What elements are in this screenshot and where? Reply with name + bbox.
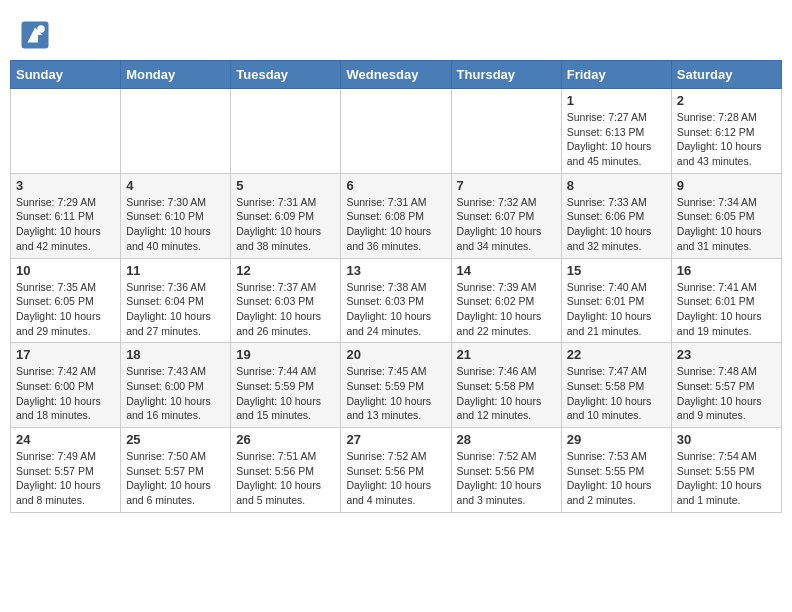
day-info: Sunrise: 7:54 AM Sunset: 5:55 PM Dayligh… <box>677 449 776 508</box>
calendar-cell: 5Sunrise: 7:31 AM Sunset: 6:09 PM Daylig… <box>231 173 341 258</box>
calendar-cell: 7Sunrise: 7:32 AM Sunset: 6:07 PM Daylig… <box>451 173 561 258</box>
calendar-cell: 1Sunrise: 7:27 AM Sunset: 6:13 PM Daylig… <box>561 89 671 174</box>
day-info: Sunrise: 7:33 AM Sunset: 6:06 PM Dayligh… <box>567 195 666 254</box>
day-info: Sunrise: 7:43 AM Sunset: 6:00 PM Dayligh… <box>126 364 225 423</box>
calendar-week-row: 17Sunrise: 7:42 AM Sunset: 6:00 PM Dayli… <box>11 343 782 428</box>
day-info: Sunrise: 7:51 AM Sunset: 5:56 PM Dayligh… <box>236 449 335 508</box>
day-number: 4 <box>126 178 225 193</box>
day-number: 26 <box>236 432 335 447</box>
day-info: Sunrise: 7:53 AM Sunset: 5:55 PM Dayligh… <box>567 449 666 508</box>
day-number: 30 <box>677 432 776 447</box>
day-info: Sunrise: 7:29 AM Sunset: 6:11 PM Dayligh… <box>16 195 115 254</box>
weekday-header: Tuesday <box>231 61 341 89</box>
calendar-cell: 29Sunrise: 7:53 AM Sunset: 5:55 PM Dayli… <box>561 428 671 513</box>
calendar-cell: 25Sunrise: 7:50 AM Sunset: 5:57 PM Dayli… <box>121 428 231 513</box>
calendar-cell <box>231 89 341 174</box>
calendar-cell: 6Sunrise: 7:31 AM Sunset: 6:08 PM Daylig… <box>341 173 451 258</box>
day-number: 10 <box>16 263 115 278</box>
day-info: Sunrise: 7:46 AM Sunset: 5:58 PM Dayligh… <box>457 364 556 423</box>
day-info: Sunrise: 7:37 AM Sunset: 6:03 PM Dayligh… <box>236 280 335 339</box>
calendar-cell: 8Sunrise: 7:33 AM Sunset: 6:06 PM Daylig… <box>561 173 671 258</box>
weekday-row: SundayMondayTuesdayWednesdayThursdayFrid… <box>11 61 782 89</box>
calendar-week-row: 10Sunrise: 7:35 AM Sunset: 6:05 PM Dayli… <box>11 258 782 343</box>
day-number: 25 <box>126 432 225 447</box>
weekday-header: Sunday <box>11 61 121 89</box>
day-info: Sunrise: 7:47 AM Sunset: 5:58 PM Dayligh… <box>567 364 666 423</box>
day-number: 23 <box>677 347 776 362</box>
calendar-cell: 11Sunrise: 7:36 AM Sunset: 6:04 PM Dayli… <box>121 258 231 343</box>
calendar-cell: 4Sunrise: 7:30 AM Sunset: 6:10 PM Daylig… <box>121 173 231 258</box>
calendar-cell: 19Sunrise: 7:44 AM Sunset: 5:59 PM Dayli… <box>231 343 341 428</box>
day-info: Sunrise: 7:50 AM Sunset: 5:57 PM Dayligh… <box>126 449 225 508</box>
day-number: 15 <box>567 263 666 278</box>
day-number: 11 <box>126 263 225 278</box>
day-number: 22 <box>567 347 666 362</box>
page-header <box>10 10 782 55</box>
day-info: Sunrise: 7:48 AM Sunset: 5:57 PM Dayligh… <box>677 364 776 423</box>
day-number: 21 <box>457 347 556 362</box>
day-number: 27 <box>346 432 445 447</box>
calendar-cell: 15Sunrise: 7:40 AM Sunset: 6:01 PM Dayli… <box>561 258 671 343</box>
day-number: 12 <box>236 263 335 278</box>
calendar-cell: 13Sunrise: 7:38 AM Sunset: 6:03 PM Dayli… <box>341 258 451 343</box>
calendar-cell: 27Sunrise: 7:52 AM Sunset: 5:56 PM Dayli… <box>341 428 451 513</box>
calendar-cell: 28Sunrise: 7:52 AM Sunset: 5:56 PM Dayli… <box>451 428 561 513</box>
day-number: 6 <box>346 178 445 193</box>
day-number: 5 <box>236 178 335 193</box>
calendar-cell: 9Sunrise: 7:34 AM Sunset: 6:05 PM Daylig… <box>671 173 781 258</box>
logo <box>20 20 54 50</box>
calendar-cell: 3Sunrise: 7:29 AM Sunset: 6:11 PM Daylig… <box>11 173 121 258</box>
day-info: Sunrise: 7:41 AM Sunset: 6:01 PM Dayligh… <box>677 280 776 339</box>
day-info: Sunrise: 7:52 AM Sunset: 5:56 PM Dayligh… <box>457 449 556 508</box>
day-info: Sunrise: 7:49 AM Sunset: 5:57 PM Dayligh… <box>16 449 115 508</box>
day-info: Sunrise: 7:35 AM Sunset: 6:05 PM Dayligh… <box>16 280 115 339</box>
day-info: Sunrise: 7:52 AM Sunset: 5:56 PM Dayligh… <box>346 449 445 508</box>
calendar-cell: 30Sunrise: 7:54 AM Sunset: 5:55 PM Dayli… <box>671 428 781 513</box>
day-number: 19 <box>236 347 335 362</box>
weekday-header: Friday <box>561 61 671 89</box>
day-number: 14 <box>457 263 556 278</box>
day-info: Sunrise: 7:27 AM Sunset: 6:13 PM Dayligh… <box>567 110 666 169</box>
calendar-cell: 16Sunrise: 7:41 AM Sunset: 6:01 PM Dayli… <box>671 258 781 343</box>
day-info: Sunrise: 7:31 AM Sunset: 6:09 PM Dayligh… <box>236 195 335 254</box>
day-number: 28 <box>457 432 556 447</box>
day-number: 9 <box>677 178 776 193</box>
calendar-cell: 12Sunrise: 7:37 AM Sunset: 6:03 PM Dayli… <box>231 258 341 343</box>
calendar-body: 1Sunrise: 7:27 AM Sunset: 6:13 PM Daylig… <box>11 89 782 513</box>
day-number: 29 <box>567 432 666 447</box>
calendar-header: SundayMondayTuesdayWednesdayThursdayFrid… <box>11 61 782 89</box>
day-number: 7 <box>457 178 556 193</box>
day-number: 18 <box>126 347 225 362</box>
calendar-cell <box>341 89 451 174</box>
day-number: 13 <box>346 263 445 278</box>
day-info: Sunrise: 7:40 AM Sunset: 6:01 PM Dayligh… <box>567 280 666 339</box>
calendar-cell: 24Sunrise: 7:49 AM Sunset: 5:57 PM Dayli… <box>11 428 121 513</box>
calendar-table: SundayMondayTuesdayWednesdayThursdayFrid… <box>10 60 782 513</box>
weekday-header: Thursday <box>451 61 561 89</box>
day-number: 20 <box>346 347 445 362</box>
calendar-cell: 20Sunrise: 7:45 AM Sunset: 5:59 PM Dayli… <box>341 343 451 428</box>
calendar-cell <box>451 89 561 174</box>
calendar-cell: 26Sunrise: 7:51 AM Sunset: 5:56 PM Dayli… <box>231 428 341 513</box>
day-info: Sunrise: 7:45 AM Sunset: 5:59 PM Dayligh… <box>346 364 445 423</box>
day-number: 3 <box>16 178 115 193</box>
day-number: 8 <box>567 178 666 193</box>
weekday-header: Saturday <box>671 61 781 89</box>
calendar-cell: 18Sunrise: 7:43 AM Sunset: 6:00 PM Dayli… <box>121 343 231 428</box>
day-info: Sunrise: 7:39 AM Sunset: 6:02 PM Dayligh… <box>457 280 556 339</box>
day-info: Sunrise: 7:31 AM Sunset: 6:08 PM Dayligh… <box>346 195 445 254</box>
day-number: 2 <box>677 93 776 108</box>
day-info: Sunrise: 7:42 AM Sunset: 6:00 PM Dayligh… <box>16 364 115 423</box>
day-info: Sunrise: 7:30 AM Sunset: 6:10 PM Dayligh… <box>126 195 225 254</box>
calendar-cell <box>11 89 121 174</box>
day-info: Sunrise: 7:34 AM Sunset: 6:05 PM Dayligh… <box>677 195 776 254</box>
calendar-week-row: 3Sunrise: 7:29 AM Sunset: 6:11 PM Daylig… <box>11 173 782 258</box>
day-number: 16 <box>677 263 776 278</box>
calendar-cell: 22Sunrise: 7:47 AM Sunset: 5:58 PM Dayli… <box>561 343 671 428</box>
calendar-cell: 14Sunrise: 7:39 AM Sunset: 6:02 PM Dayli… <box>451 258 561 343</box>
day-info: Sunrise: 7:36 AM Sunset: 6:04 PM Dayligh… <box>126 280 225 339</box>
calendar-cell: 21Sunrise: 7:46 AM Sunset: 5:58 PM Dayli… <box>451 343 561 428</box>
day-info: Sunrise: 7:32 AM Sunset: 6:07 PM Dayligh… <box>457 195 556 254</box>
day-info: Sunrise: 7:44 AM Sunset: 5:59 PM Dayligh… <box>236 364 335 423</box>
calendar-week-row: 1Sunrise: 7:27 AM Sunset: 6:13 PM Daylig… <box>11 89 782 174</box>
